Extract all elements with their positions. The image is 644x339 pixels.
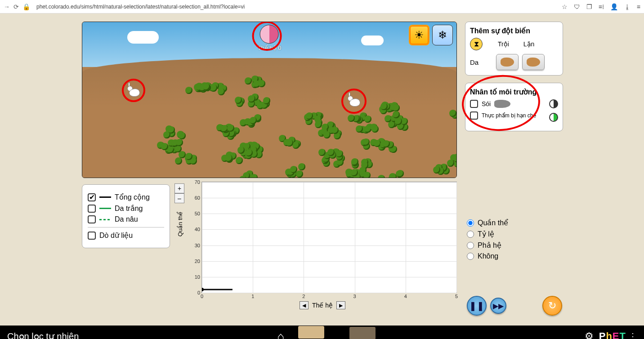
population-radio[interactable]: Quần thể	[467, 219, 508, 227]
star-icon[interactable]: ☆	[562, 3, 568, 10]
shield-icon[interactable]: 🛡	[574, 3, 580, 10]
phet-logo[interactable]: PhET	[599, 330, 626, 339]
highlight-ellipse	[460, 72, 542, 134]
chart-step-forward-button[interactable]: ▶	[336, 301, 345, 309]
hourglass-icon: ⧗	[470, 38, 483, 50]
zoom-in-button[interactable]: +	[174, 183, 184, 193]
fur-recessive-button[interactable]	[522, 54, 545, 70]
white-fur-line-icon	[99, 208, 111, 209]
mutations-panel: Thêm sự đột biến ⧗ Trội Lặn Da	[465, 22, 563, 76]
intro-screen-tab[interactable]: Phần giới thiệu	[291, 325, 332, 339]
nav-forward-icon[interactable]: →	[4, 3, 10, 10]
shrub	[194, 81, 221, 95]
home-button[interactable]: ⌂	[277, 330, 284, 339]
white-fur-checkbox[interactable]	[88, 205, 96, 213]
menu-icon[interactable]: ≡	[637, 3, 640, 10]
white-fur-label: Da trắng	[115, 204, 143, 213]
shrub	[213, 123, 240, 136]
shrub	[346, 167, 373, 178]
svg-point-0	[202, 288, 204, 291]
dominant-label: Trội	[498, 40, 509, 48]
cloud	[361, 36, 384, 45]
navigation-bar: Chọn lọc tự nhiên ⌂ Phần giới thiệu Phòn…	[0, 326, 644, 339]
shrub	[283, 163, 310, 177]
lab-screen-tab[interactable]: Phòng thí nghiệm	[338, 326, 386, 339]
data-probe-label: Dò dữ liệu	[99, 231, 133, 240]
brown-fur-line-icon	[99, 219, 111, 220]
play-pause-button[interactable]: ❚❚	[467, 296, 487, 316]
shrub	[158, 138, 185, 152]
mutations-title: Thêm sự đột biến	[470, 27, 558, 35]
environment-view: Thế hệ 0 ☀ ❄ /* decorative */	[82, 22, 457, 178]
sim-area: Thế hệ 0 ☀ ❄ /* decorative */ Thêm sự độ…	[0, 13, 644, 326]
cloud	[127, 31, 159, 44]
fur-label: Da	[470, 58, 483, 66]
divider	[88, 227, 164, 227]
legend-panel: ✔ Tổng cộng Da trắng Da nâu Dò dữ liệu	[82, 184, 170, 248]
reset-all-button[interactable]: ↻	[542, 296, 562, 316]
shrub	[241, 74, 268, 87]
shrub	[383, 111, 410, 125]
equator-button[interactable]: ☀	[409, 25, 429, 45]
recessive-label: Lặn	[523, 40, 535, 48]
proportions-radio[interactable]: Tỷ lệ	[467, 230, 508, 238]
shrub	[425, 162, 452, 176]
fur-dominant-button[interactable]	[496, 54, 519, 70]
data-probe-checkbox[interactable]	[88, 232, 96, 240]
generation-indicator: Thế hệ 0	[258, 25, 282, 51]
environment-buttons: ☀ ❄	[409, 25, 453, 45]
total-label: Tổng cộng	[115, 193, 150, 201]
shrub	[238, 114, 265, 128]
population-chart: Quần thể 010203040506070012345 ◀ Thế hệ …	[188, 182, 457, 309]
shrub	[317, 147, 344, 160]
chart-plot-area: 010203040506070012345	[201, 182, 457, 293]
lock-icon: 🔒	[22, 3, 30, 10]
sim-title: Chọn lọc tự nhiên	[7, 331, 79, 339]
arctic-button[interactable]: ❄	[432, 25, 453, 45]
none-radio[interactable]: Không	[467, 252, 508, 260]
url-text[interactable]: phet.colorado.edu/sims/html/natural-sele…	[36, 4, 245, 10]
graph-radio-group: Quần thể Tỷ lệ Phả hệ Không	[467, 216, 508, 263]
wolves-indicator	[549, 99, 558, 108]
step-forward-button[interactable]: ▶▶	[490, 298, 506, 314]
nav-reload-icon[interactable]: ⟳	[13, 3, 19, 10]
shrub	[239, 170, 266, 178]
options-button[interactable]: ⚙	[585, 330, 594, 339]
shrub	[372, 139, 399, 152]
shrub	[237, 146, 264, 159]
x-axis-label: Thế hệ	[312, 302, 333, 309]
highlight-circle	[252, 22, 282, 51]
browser-chrome: → ⟳ 🔒 phet.colorado.edu/sims/html/natura…	[0, 0, 644, 13]
shrub	[316, 126, 343, 140]
highlight-circle	[122, 79, 145, 102]
shrub	[354, 120, 381, 134]
shrub	[234, 93, 261, 107]
food-indicator	[549, 113, 558, 122]
profile-icon[interactable]: 👤	[610, 3, 618, 10]
download-icon[interactable]: ⭳	[624, 3, 631, 10]
read-icon[interactable]: ≡⁞	[599, 3, 604, 10]
y-axis-label: Quần thể	[177, 212, 183, 236]
brown-fur-checkbox[interactable]	[88, 215, 96, 223]
chart-step-back-button[interactable]: ◀	[300, 301, 309, 309]
zoom-out-button[interactable]: –	[174, 193, 184, 203]
pedigree-radio[interactable]: Phả hệ	[467, 241, 508, 250]
extension-icon[interactable]: ❐	[586, 3, 592, 10]
zoom-controls: + –	[174, 183, 184, 203]
total-checkbox[interactable]: ✔	[88, 193, 96, 201]
shrub	[275, 135, 302, 148]
brown-fur-label: Da nâu	[115, 215, 138, 223]
shrub	[441, 107, 457, 120]
total-line-icon	[99, 196, 111, 198]
phet-menu-button[interactable]: ⋮	[629, 331, 637, 339]
shrub	[160, 125, 187, 138]
env-factors-panel: Nhân tố môi trường Sói Thực phẩm bị hạn …	[465, 83, 563, 131]
shrub	[377, 170, 404, 178]
play-controls: ❚❚ ▶▶	[467, 296, 506, 316]
highlight-circle	[341, 89, 367, 114]
